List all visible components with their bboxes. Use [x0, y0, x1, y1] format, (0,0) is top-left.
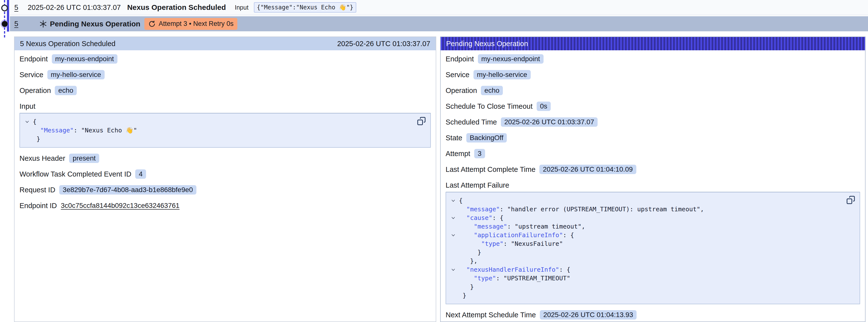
field-label: Attempt [445, 150, 470, 158]
detail-field-row: Workflow Task Completed Event ID4 [20, 169, 431, 179]
json-key: "type" [481, 240, 503, 247]
json-key: "applicationFailureInfo" [474, 231, 563, 239]
detail-field-row: Last Attempt Failure [445, 181, 860, 190]
json-line: "cause": { [451, 214, 855, 222]
field-value-badge: present [69, 154, 99, 163]
field-label: Service [445, 71, 469, 79]
detail-field-row: Servicemy-hello-service [20, 70, 431, 79]
event-detail-header-title: 5 Nexus Operation Scheduled [20, 40, 116, 48]
detail-field-row: Nexus Headerpresent [20, 154, 431, 163]
json-text: "cause": { [459, 214, 503, 222]
json-line: "applicationFailureInfo": { [451, 231, 855, 239]
pending-detail-header-title: Pending Nexus Operation [446, 40, 528, 48]
collapse-chevron-icon[interactable] [451, 196, 459, 205]
event-detail-header: 5 Nexus Operation Scheduled 2025-02-26 U… [14, 37, 436, 50]
field-label: Next Attempt Schedule Time [445, 311, 536, 319]
json-text: "type": "NexusFailure" [459, 239, 563, 248]
json-viewer: {"message": "handler error (UPSTREAM_TIM… [445, 192, 860, 304]
json-line: } [451, 283, 855, 291]
field-value-badge: 2025-02-26 UTC 01:04:10.09 [539, 165, 636, 174]
json-viewer: {"Message": "Nexus Echo 👋"} [20, 113, 431, 148]
event-detail-panel: 5 Nexus Operation Scheduled 2025-02-26 U… [14, 36, 436, 322]
detail-field-row: Last Attempt Complete Time2025-02-26 UTC… [445, 165, 860, 174]
field-label: Operation [20, 87, 51, 95]
detail-field-row: Endpointmy-nexus-endpoint [445, 54, 860, 64]
json-key: "type" [474, 275, 496, 282]
field-value-badge: 3e829b7e-7d67-4b08-aad3-b1e868bfe9e0 [59, 185, 196, 195]
timeline-active-bar [7, 0, 9, 32]
json-line: } [451, 248, 855, 257]
detail-field-row: Servicemy-hello-service [445, 70, 860, 79]
field-label: Scheduled Time [445, 118, 497, 126]
copy-icon[interactable] [416, 117, 426, 126]
pending-detail-fields: Endpointmy-nexus-endpointServicemy-hello… [441, 50, 865, 320]
collapse-chevron-icon[interactable] [451, 265, 459, 274]
event-history-row[interactable]: 5 2025-02-26 UTC 01:03:37.07 Nexus Opera… [10, 0, 868, 15]
json-line: } [24, 135, 426, 143]
event-id-link[interactable]: 5 [14, 3, 18, 11]
json-key: "nexusHandlerFailureInfo" [466, 266, 559, 273]
field-value-badge: echo [55, 86, 77, 95]
pending-title: Pending Nexus Operation [50, 20, 141, 28]
json-text: "applicationFailureInfo": { [459, 231, 574, 239]
json-text: "message": "handler error (UPSTREAM_TIME… [459, 205, 704, 214]
gutter-spacer [451, 274, 459, 283]
json-text: "type": "UPSTREAM_TIMEOUT" [459, 274, 570, 283]
field-value-badge: echo [481, 86, 503, 95]
json-line: "nexusHandlerFailureInfo": { [451, 265, 855, 274]
timeline-node-pending [2, 21, 8, 27]
detail-field-row: Operationecho [445, 86, 860, 95]
pending-operation-row[interactable]: 5 Pending Nexus Operation Attempt 3 • Ne… [10, 16, 868, 31]
field-label: Schedule To Close Timeout [445, 102, 533, 110]
gutter-spacer [24, 126, 33, 135]
copy-icon[interactable] [846, 195, 856, 205]
field-label: Service [20, 71, 43, 79]
detail-field-row: Next Attempt Schedule Time2025-02-26 UTC… [445, 310, 860, 320]
json-text: } [459, 248, 481, 257]
collapse-chevron-icon[interactable] [451, 231, 459, 239]
field-label: Operation [445, 87, 477, 95]
gutter-spacer [451, 291, 459, 300]
field-label: Request ID [20, 186, 55, 194]
gutter-spacer [451, 239, 459, 248]
detail-field-row: Endpoint ID3c0c75ccfa8144b092c13ce632463… [20, 201, 431, 210]
field-value-badge: my-nexus-endpoint [52, 54, 118, 64]
json-line: "type": "UPSTREAM_TIMEOUT" [451, 274, 855, 283]
field-value-badge: BackingOff [466, 133, 507, 142]
json-key: "message" [474, 223, 507, 230]
pending-asterisk-icon [39, 20, 48, 28]
field-label: Nexus Header [20, 154, 65, 162]
json-line: { [24, 117, 426, 126]
gutter-spacer [24, 135, 33, 143]
json-line: "message": "upstream timeout", [451, 222, 855, 231]
json-text: { [33, 117, 36, 126]
pending-event-id-link[interactable]: 5 [14, 20, 18, 28]
json-text: } [459, 283, 474, 291]
field-label: Endpoint ID [20, 202, 57, 210]
gutter-spacer [451, 257, 459, 265]
collapse-chevron-icon[interactable] [451, 214, 459, 222]
event-title: Nexus Operation Scheduled [127, 3, 226, 11]
field-value-badge: 4 [135, 169, 146, 179]
json-key: "message" [466, 205, 500, 213]
timeline-node-scheduled [1, 5, 8, 11]
detail-field-row: Request ID3e829b7e-7d67-4b08-aad3-b1e868… [20, 185, 431, 195]
detail-field-row: Input [20, 102, 431, 111]
json-text: "message": "upstream timeout", [459, 222, 585, 231]
json-text: } [33, 135, 40, 143]
gutter-spacer [451, 222, 459, 231]
detail-field-row: Attempt3 [445, 149, 860, 158]
gutter-spacer [451, 205, 459, 214]
event-input-preview-chip: {"Message":"Nexus Echo 👋"} [254, 2, 356, 12]
retry-badge-text: Attempt 3 • Next Retry 0s [159, 20, 234, 28]
field-label: Workflow Task Completed Event ID [20, 170, 131, 178]
endpoint-id-link[interactable]: 3c0c75ccfa8144b092c13ce632463761 [61, 202, 180, 210]
retry-status-badge: Attempt 3 • Next Retry 0s [144, 18, 238, 30]
field-value-badge: 0s [537, 102, 551, 111]
collapse-chevron-icon[interactable] [24, 117, 33, 126]
json-line: }, [451, 257, 855, 265]
detail-field-row: Operationecho [20, 86, 431, 95]
json-line: "message": "handler error (UPSTREAM_TIME… [451, 205, 855, 214]
json-text: "Message": "Nexus Echo 👋" [33, 126, 137, 135]
retry-icon [148, 20, 156, 28]
